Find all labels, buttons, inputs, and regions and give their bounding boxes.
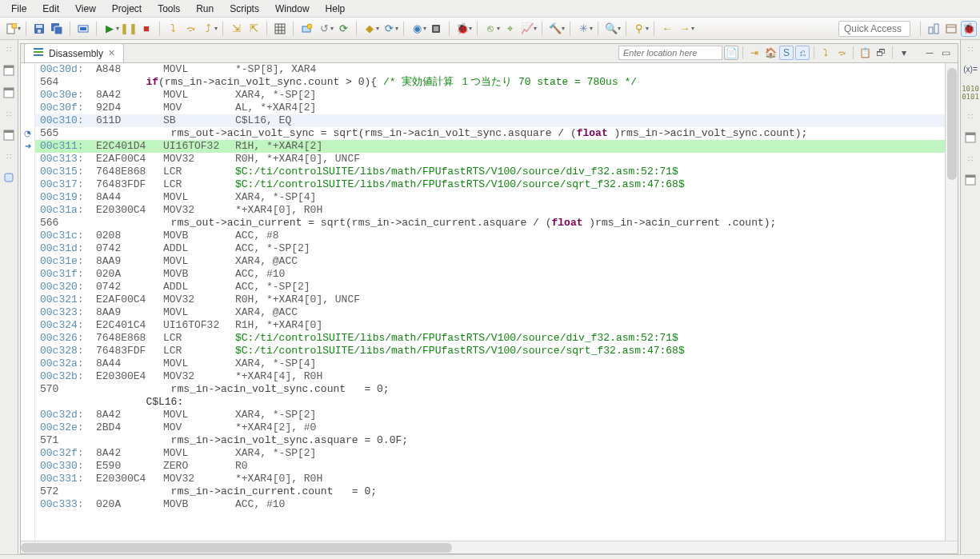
new-breakpoint-button[interactable]: ◉ <box>409 21 425 37</box>
search-button[interactable]: 🔍 <box>603 21 619 37</box>
open-new-view-button[interactable]: 🗗 <box>874 46 888 60</box>
restore-view-3-icon[interactable] <box>3 130 14 141</box>
asm-line[interactable]: 00c31f:020AMOVBACC, #10 <box>35 268 945 281</box>
restore-view-2-icon[interactable] <box>3 87 14 98</box>
asm-line[interactable]: 00c319:8A44MOVLXAR4, *-SP[4] <box>35 191 945 204</box>
pause-button[interactable]: ❚❚ <box>121 21 137 37</box>
minimize-view-button[interactable]: ─ <box>922 46 937 60</box>
menu-project[interactable]: Project <box>104 2 150 16</box>
restore-view-r2-icon[interactable] <box>965 174 976 186</box>
disassembly-text[interactable]: 00c30d:A848MOVL*-SP[8], XAR4564 if(rms_i… <box>35 63 945 541</box>
source-line[interactable]: 566 rms_out->acin_current = sqrt(rms_in-… <box>35 217 945 230</box>
menu-view[interactable]: View <box>67 2 104 16</box>
asm-line[interactable]: 00c321:E2AF00C4MOV32R0H, *+XAR4[0], UNCF <box>35 293 945 306</box>
menu-window[interactable]: Window <box>267 2 318 16</box>
quick-access-input[interactable] <box>838 21 910 37</box>
asm-line[interactable]: 00c30e:8A42MOVLXAR4, *-SP[2] <box>35 89 945 102</box>
ea-button[interactable]: ⌖ <box>502 21 518 37</box>
asm-line[interactable]: 00c31a:E20300C4MOV32*+XAR4[0], R0H <box>35 204 945 217</box>
asm-line[interactable]: 00c313:E2AF00C4MOV32R0H, *+XAR4[0], UNCF <box>35 153 945 166</box>
restart-button[interactable]: ⟳ <box>335 21 351 37</box>
asm-line[interactable]: 00c326:7648E868LCR$C:/ti/controlSUITE/li… <box>35 332 945 345</box>
location-input[interactable] <box>618 46 722 60</box>
reset-cpu-button[interactable]: ↺ <box>316 21 332 37</box>
enable-silicon-button[interactable]: ◆ <box>362 21 378 37</box>
debug-button[interactable]: 🐞 <box>454 21 470 37</box>
asm-line[interactable]: 00c32e:2BD4MOV*+XAR4[2], #0 <box>35 421 945 434</box>
resume-button[interactable]: ▶ <box>102 21 118 37</box>
restore-view-r1-icon[interactable] <box>965 132 976 143</box>
goto-address-button[interactable]: 📄 <box>724 46 738 60</box>
perspective-ccs-edit-icon[interactable] <box>943 21 959 37</box>
asm-line[interactable]: 00c31e:8AA9MOVLXAR4, @ACC <box>35 255 945 268</box>
asm-line[interactable]: 00c30d:A848MOVL*-SP[8], XAR4 <box>35 63 945 76</box>
new-button[interactable] <box>3 21 19 37</box>
asm-line[interactable]: 00c30f:92D4MOVAL, *+XAR4[2] <box>35 102 945 114</box>
copy-view-button[interactable]: 📋 <box>858 46 872 60</box>
source-line[interactable]: 571 rms_in->acin_volt_sync.asquare = 0.0… <box>35 434 945 447</box>
open-type-button[interactable]: ✳ <box>575 21 591 37</box>
asm-step-over-button[interactable]: ⇱ <box>246 21 262 37</box>
assembly-step-over-icon[interactable]: ⤼ <box>834 46 849 60</box>
restore-view-1-icon[interactable] <box>3 65 14 76</box>
registers-grid-button[interactable] <box>272 21 288 37</box>
asm-line[interactable]: 00c32a:8A44MOVLXAR4, *-SP[4] <box>35 357 945 370</box>
asm-line[interactable]: 00c330:E590ZEROR0 <box>35 460 945 473</box>
asm-line[interactable]: 00c317:76483FDFLCR$C:/ti/controlSUITE/li… <box>35 178 945 191</box>
view-menu-button[interactable]: ▾ <box>897 46 911 60</box>
asm-line[interactable]: 00c323:8AA9MOVLXAR4, @ACC <box>35 306 945 319</box>
horizontal-scrollbar[interactable] <box>21 541 958 553</box>
save-button[interactable] <box>31 21 47 37</box>
minimized-view-icon[interactable] <box>3 172 14 183</box>
menu-edit[interactable]: Edit <box>34 2 67 16</box>
realtime-mode-button[interactable] <box>298 21 314 37</box>
goto-pc-button[interactable]: ⇥ <box>747 46 762 60</box>
menu-scripts[interactable]: Scripts <box>222 2 267 16</box>
graph-button[interactable]: 📈 <box>519 21 535 37</box>
perspective-ccs-debug-icon[interactable]: 🐞 <box>961 21 977 37</box>
label-line[interactable]: C$L16: <box>35 396 945 409</box>
step-into-button[interactable]: ⤵ <box>165 21 181 37</box>
home-icon[interactable]: 🏠 <box>763 46 778 60</box>
maximize-view-button[interactable]: ▭ <box>938 46 953 60</box>
show-symbols-button[interactable]: ⎌ <box>795 46 810 60</box>
asm-line[interactable]: 00c32f:8A42MOVLXAR4, *-SP[2] <box>35 447 945 460</box>
drag-handle-3[interactable]: ∷ <box>6 152 11 161</box>
tab-disassembly[interactable]: Disassembly ✕ <box>24 43 124 62</box>
breakpoint-gutter[interactable]: ◔➔ <box>21 63 35 541</box>
asm-line[interactable]: 00c328:76483FDFLCR$C:/ti/controlSUITE/li… <box>35 345 945 357</box>
source-line[interactable]: 572 rms_in->acin_current.count = 0; <box>35 485 945 498</box>
drag-handle-r1[interactable]: ∷ <box>968 45 973 54</box>
asm-line[interactable]: 00c311:E2C401D4UI16TOF32R1H, *+XAR4[2] <box>35 140 945 153</box>
terminate-button[interactable]: ■ <box>138 21 154 37</box>
menu-run[interactable]: Run <box>188 2 222 16</box>
chip-button[interactable] <box>428 21 444 37</box>
close-tab-icon[interactable]: ✕ <box>108 48 115 58</box>
asm-line[interactable]: 00c320:0742ADDLACC, *-SP[2] <box>35 281 945 293</box>
drag-handle[interactable]: ∷ <box>6 45 11 54</box>
asm-step-into-button[interactable]: ⇲ <box>228 21 244 37</box>
source-line[interactable]: 570 rms_in->acin_volt_sync.count = 0; <box>35 383 945 396</box>
source-line[interactable]: 564 if(rms_in->acin_volt_sync.count > 0)… <box>35 76 945 89</box>
toggle-breadboard-button[interactable]: ⎋ <box>482 21 498 37</box>
refresh-button[interactable]: ⟳ <box>381 21 397 37</box>
drag-handle-2[interactable]: ∷ <box>6 110 11 118</box>
connect-target-button[interactable] <box>75 21 91 37</box>
save-all-button[interactable] <box>49 21 65 37</box>
build-button[interactable]: 🔨 <box>547 21 563 37</box>
drag-handle-r3[interactable]: ∷ <box>968 154 973 163</box>
source-line[interactable]: 565 rms_out->acin_volt_sync = sqrt(rms_i… <box>35 127 945 140</box>
menu-help[interactable]: Help <box>318 2 354 16</box>
perspective-resource-icon[interactable] <box>926 21 942 37</box>
asm-line[interactable]: 00c315:7648E868LCR$C:/ti/controlSUITE/li… <box>35 166 945 178</box>
wand-button[interactable]: ⚲ <box>631 21 647 37</box>
assembly-step-into-icon[interactable]: ⤵ <box>818 46 833 60</box>
nav-fwd-button[interactable]: → <box>677 21 693 37</box>
step-over-button[interactable]: ⤼ <box>182 21 198 37</box>
vertical-scrollbar[interactable] <box>945 63 958 541</box>
asm-line[interactable]: 00c310:611DSBC$L16, EQ <box>35 114 945 127</box>
menu-tools[interactable]: Tools <box>150 2 188 16</box>
asm-line[interactable]: 00c32d:8A42MOVLXAR4, *-SP[2] <box>35 409 945 421</box>
asm-line[interactable]: 00c31d:0742ADDLACC, *-SP[2] <box>35 242 945 255</box>
asm-line[interactable]: 00c333:020AMOVBACC, #10 <box>35 498 945 511</box>
